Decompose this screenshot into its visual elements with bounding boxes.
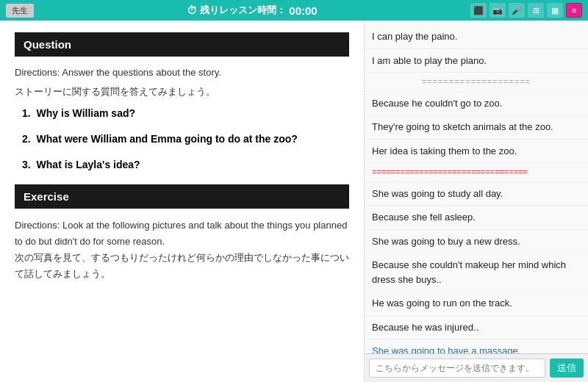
topbar-right: ⬛ 📷 🎤 ⊞ ▦ ≡	[470, 3, 582, 18]
exercise-directions: Directions: Look at the following pictur…	[15, 217, 349, 282]
table-icon-btn[interactable]: ≡	[566, 3, 582, 18]
user-name: 先生	[12, 6, 28, 15]
question-header: Question	[15, 32, 349, 57]
question-3-num: 3.	[22, 159, 31, 170]
message-input[interactable]	[369, 358, 545, 378]
chat-msg-9: Because she couldn't makeup her mind whi…	[365, 253, 588, 292]
question-1-text: Why is William sad?	[37, 107, 135, 119]
mic-icon-btn[interactable]: 🎤	[509, 3, 525, 18]
chat-msg-8: She was going to buy a new dress.	[365, 230, 588, 254]
question-3: 3. What is Layla's idea?	[22, 157, 349, 173]
chat-msg-7: Because she fell asleep.	[365, 206, 588, 230]
question-1: 1. Why is William sad?	[22, 106, 349, 121]
chat-msg-sep2: =================================	[365, 163, 588, 182]
chat-msg-10: He was going to run on the track.	[365, 292, 588, 316]
chat-msg-sep1: ====================	[365, 73, 588, 92]
chat-msg-11: Because he was injured..	[365, 316, 588, 340]
user-name-box: 先生	[6, 4, 34, 18]
questions-list: 1. Why is William sad? 2. What were Will…	[22, 106, 349, 173]
question-3-text: What is Layla's idea?	[37, 159, 140, 170]
question-2: 2. What were William and Emma going to d…	[22, 131, 349, 147]
question-directions-en: Directions: Answer the questions about t…	[15, 65, 349, 80]
chat-msg-12: She was going to have a massage.	[365, 339, 588, 353]
exercise-header: Exercise	[15, 184, 349, 209]
monitor-icon-btn[interactable]: ⬛	[470, 3, 487, 18]
topbar: 先生 ⏱ 残りレッスン時間： 00:00 ⬛ 📷 🎤 ⊞ ▦ ≡	[0, 0, 588, 21]
main-layout: Question Directions: Answer the question…	[0, 21, 588, 382]
chat-msg-4: They're going to sketch animals at the z…	[365, 115, 588, 140]
chat-msg-6: She was going to study all day.	[365, 182, 588, 206]
chat-msg-2: I am able to play the piano.	[365, 49, 588, 73]
chat-msg-3: Because he couldn't go to zoo.	[365, 92, 588, 116]
exercise-directions-ja: 次の写真を見て、するつもりだったけれど何らかの理由でしなかった事について話してみ…	[15, 250, 349, 282]
topbar-center: ⏱ 残りレッスン時間： 00:00	[187, 4, 317, 17]
grid-icon-btn[interactable]: ▦	[547, 3, 563, 18]
chat-messages: I can play the paino. I am able to play …	[365, 21, 588, 353]
right-panel: I can play the paino. I am able to play …	[365, 21, 588, 382]
exercise-directions-en: Directions: Look at the following pictur…	[15, 217, 349, 250]
question-1-num: 1.	[22, 107, 31, 119]
topbar-left: 先生	[6, 4, 34, 18]
timer-icon: ⏱	[187, 4, 197, 16]
question-2-text: What were William and Emma going to do a…	[37, 133, 298, 145]
camera-icon-btn[interactable]: 📷	[490, 3, 506, 18]
question-directions-ja: ストーリーに関する質問を答えてみましょう。	[15, 84, 349, 99]
chat-msg-1: I can play the paino.	[365, 25, 588, 49]
left-panel: Question Directions: Answer the question…	[0, 21, 365, 382]
layout-icon-btn[interactable]: ⊞	[528, 3, 544, 18]
chat-msg-5: Her idea is taking them to the zoo.	[365, 140, 588, 164]
send-button[interactable]: 送信	[550, 358, 584, 378]
timer-value: 00:00	[289, 4, 317, 17]
question-2-num: 2.	[22, 133, 31, 145]
timer-label: 残りレッスン時間：	[200, 4, 286, 17]
message-input-area: 送信	[365, 353, 588, 382]
